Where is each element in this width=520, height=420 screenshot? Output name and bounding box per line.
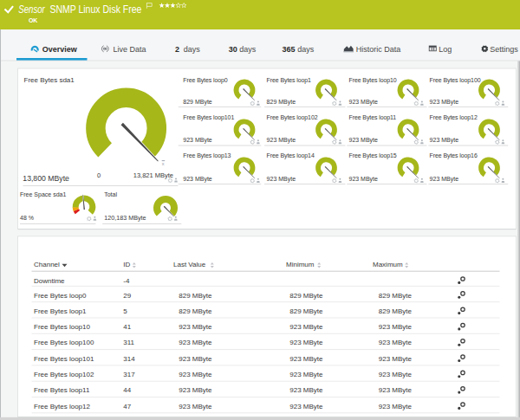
svg-text:923 MByte: 923 MByte — [267, 137, 296, 144]
svg-text:Downtime: Downtime — [34, 277, 65, 285]
svg-text:Free Bytes loop11: Free Bytes loop11 — [34, 386, 90, 394]
svg-text:Free Bytes loop12: Free Bytes loop12 — [34, 403, 90, 410]
svg-text:317: 317 — [123, 371, 135, 378]
svg-text:x: x — [162, 161, 165, 166]
svg-text:Log: Log — [439, 45, 452, 54]
svg-text:923 MByte: 923 MByte — [430, 176, 459, 183]
svg-text:Last Value: Last Value — [173, 261, 206, 268]
svg-text:829 MByte: 829 MByte — [183, 99, 212, 106]
svg-text:41: 41 — [123, 323, 131, 331]
svg-text:days: days — [184, 45, 201, 54]
svg-text:923 MByte: 923 MByte — [349, 176, 379, 183]
svg-text:923 MByte: 923 MByte — [267, 176, 296, 183]
svg-text:923 MByte: 923 MByte — [183, 176, 212, 183]
svg-text:923 MByte: 923 MByte — [289, 371, 323, 378]
svg-text:923 MByte: 923 MByte — [289, 386, 323, 394]
svg-text:SNMP Linux Disk Free: SNMP Linux Disk Free — [49, 3, 141, 16]
svg-text:923 MByte: 923 MByte — [179, 323, 212, 331]
svg-text:923 MByte: 923 MByte — [349, 137, 379, 144]
svg-text:Free Bytes loop100: Free Bytes loop100 — [430, 77, 481, 84]
svg-text:Free Bytes loop16: Free Bytes loop16 — [430, 152, 478, 159]
svg-text:Historic Data: Historic Data — [356, 45, 401, 54]
svg-text:Free Bytes loop14: Free Bytes loop14 — [267, 152, 315, 159]
svg-text:Free Bytes loop102: Free Bytes loop102 — [34, 371, 94, 378]
svg-text:923 MByte: 923 MByte — [379, 339, 413, 346]
svg-text:Free Bytes loop101: Free Bytes loop101 — [183, 114, 234, 121]
svg-text:923 MByte: 923 MByte — [289, 355, 323, 363]
svg-text:OK: OK — [29, 17, 38, 23]
svg-text:Sensor: Sensor — [18, 3, 45, 16]
svg-text:Free Bytes loop10: Free Bytes loop10 — [349, 77, 397, 84]
svg-text:829 MByte: 829 MByte — [289, 292, 323, 300]
svg-text:829 MByte: 829 MByte — [379, 292, 413, 300]
svg-text:Free Bytes loop101: Free Bytes loop101 — [34, 355, 94, 363]
svg-text:Minimum: Minimum — [286, 261, 315, 268]
svg-text:829 MByte: 829 MByte — [179, 292, 212, 300]
svg-text:0: 0 — [97, 171, 101, 179]
svg-text:Total: Total — [104, 191, 117, 197]
svg-text:Free Bytes loop11: Free Bytes loop11 — [349, 114, 397, 121]
svg-text:Free Bytes loop1: Free Bytes loop1 — [267, 77, 312, 84]
svg-text:Free Bytes loop12: Free Bytes loop12 — [430, 114, 478, 121]
svg-text:Free Bytes loop0: Free Bytes loop0 — [183, 77, 228, 84]
svg-text:Settings: Settings — [490, 45, 518, 54]
svg-text:923 MByte: 923 MByte — [379, 403, 413, 410]
svg-text:923 MByte: 923 MByte — [379, 371, 413, 378]
svg-text:Free Bytes loop13: Free Bytes loop13 — [183, 152, 231, 159]
svg-text:923 MByte: 923 MByte — [289, 323, 323, 331]
svg-text:923 MByte: 923 MByte — [179, 339, 212, 346]
svg-text:Free Bytes loop10: Free Bytes loop10 — [34, 323, 90, 331]
svg-text:314: 314 — [123, 355, 135, 363]
svg-text:Free Space sda1: Free Space sda1 — [20, 191, 66, 198]
svg-text:days: days — [297, 45, 315, 54]
svg-text:Overview: Overview — [42, 45, 78, 54]
svg-text:29: 29 — [123, 292, 131, 300]
svg-text:923 MByte: 923 MByte — [179, 386, 212, 394]
svg-text:Live Data: Live Data — [114, 45, 146, 54]
svg-text:120,183 MByte: 120,183 MByte — [104, 214, 146, 222]
svg-text:923 MByte: 923 MByte — [379, 386, 413, 394]
svg-text:923 MByte: 923 MByte — [430, 99, 459, 106]
svg-text:829 MByte: 829 MByte — [267, 99, 296, 106]
svg-text:923 MByte: 923 MByte — [179, 371, 212, 378]
svg-text:923 MByte: 923 MByte — [379, 323, 413, 331]
svg-text:44: 44 — [123, 386, 131, 394]
svg-text:829 MByte: 829 MByte — [179, 307, 212, 315]
svg-text:48 %: 48 % — [20, 215, 34, 221]
svg-text:-4: -4 — [123, 277, 130, 285]
svg-text:923 MByte: 923 MByte — [349, 99, 379, 106]
svg-text:2: 2 — [175, 45, 179, 54]
svg-text:Free Bytes sda1: Free Bytes sda1 — [24, 76, 75, 84]
svg-text:365: 365 — [283, 45, 296, 54]
svg-text:30: 30 — [229, 45, 237, 54]
svg-text:Free Bytes loop102: Free Bytes loop102 — [267, 114, 318, 121]
svg-text:829 MByte: 829 MByte — [289, 307, 323, 315]
svg-text:923 MByte: 923 MByte — [430, 137, 459, 144]
svg-text:13,800 MByte: 13,800 MByte — [23, 174, 69, 183]
svg-text:5: 5 — [123, 307, 127, 315]
svg-text:47: 47 — [123, 403, 131, 410]
svg-text:Free Bytes loop1: Free Bytes loop1 — [34, 307, 87, 315]
svg-text:Free Bytes loop15: Free Bytes loop15 — [349, 152, 397, 159]
svg-text:923 MByte: 923 MByte — [179, 403, 212, 410]
svg-text:923 MByte: 923 MByte — [179, 355, 212, 363]
svg-text:923 MByte: 923 MByte — [289, 339, 323, 346]
svg-text:ID: ID — [123, 261, 130, 268]
svg-text:311: 311 — [123, 339, 134, 346]
svg-text:923 MByte: 923 MByte — [183, 137, 212, 144]
svg-text:923 MByte: 923 MByte — [379, 355, 413, 363]
svg-text:Maximum: Maximum — [373, 261, 403, 268]
svg-text:Free Bytes loop100: Free Bytes loop100 — [34, 339, 94, 346]
svg-text:Free Bytes loop0: Free Bytes loop0 — [34, 292, 87, 300]
svg-text:13,821 MByte: 13,821 MByte — [133, 171, 173, 179]
svg-text:923 MByte: 923 MByte — [289, 403, 323, 410]
svg-text:829 MByte: 829 MByte — [379, 307, 413, 315]
svg-text:days: days — [239, 45, 257, 54]
svg-text:Channel: Channel — [34, 261, 60, 268]
